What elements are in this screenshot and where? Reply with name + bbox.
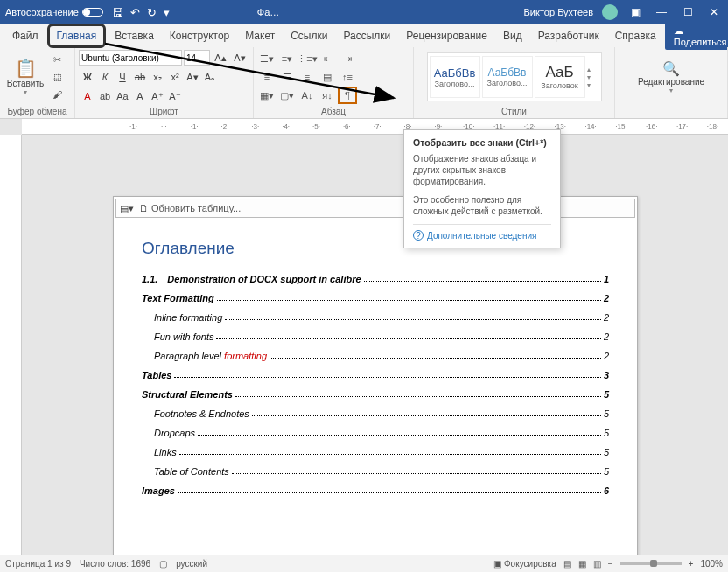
styles-more-icon[interactable]: ▴▾▾ <box>587 66 599 89</box>
toc-entry[interactable]: Images6 <box>142 485 609 496</box>
line-spacing-icon[interactable]: ↕≡ <box>338 68 357 86</box>
autosave-toggle[interactable]: Автосохранение <box>5 7 103 17</box>
editing-button[interactable]: 🔍 Редактирование ▾ <box>634 60 708 94</box>
cut-icon[interactable]: ✂ <box>49 52 65 67</box>
shading-icon[interactable]: ▦▾ <box>257 87 276 104</box>
zoom-level[interactable]: 100% <box>700 559 723 569</box>
inc-indent-icon[interactable]: ⇥ <box>338 50 357 67</box>
multilevel-icon[interactable]: ⋮≡▾ <box>298 50 317 67</box>
underline-button[interactable]: Ч <box>114 68 131 86</box>
horizontal-ruler[interactable]: ·1·· ··1··2··3··4··5··6··7··8··9··10··11… <box>22 119 728 135</box>
superscript-button[interactable]: x² <box>166 68 184 86</box>
grow-font-icon[interactable]: A▴ <box>212 49 229 66</box>
font-color-icon[interactable]: A <box>79 87 96 105</box>
clear-format-icon[interactable]: Aₒ <box>201 68 219 86</box>
toc-entry[interactable]: Text Formatting2 <box>142 293 609 303</box>
borders-icon[interactable]: ▢▾ <box>277 87 297 104</box>
tab-file[interactable]: Файл <box>5 26 46 45</box>
toc-entry[interactable]: Footnotes & Endnotes5 <box>154 408 609 419</box>
dec-indent-icon[interactable]: ⇤ <box>318 50 337 67</box>
tab-home[interactable]: Главная <box>47 24 107 48</box>
align-center-icon[interactable]: ☰ <box>277 68 297 86</box>
redo-icon[interactable]: ↻ <box>147 6 157 19</box>
tab-insert[interactable]: Вставка <box>108 26 161 45</box>
style-heading2[interactable]: АаБбВв Заголово... <box>482 56 533 98</box>
tab-mailings[interactable]: Рассылки <box>336 26 397 45</box>
save-icon[interactable]: 🖫 <box>112 6 123 19</box>
word-count[interactable]: Число слов: 1696 <box>80 559 150 569</box>
toc-update-button[interactable]: 🗋 Обновить таблицу... <box>139 203 241 213</box>
close-icon[interactable]: ✕ <box>705 6 723 18</box>
focus-mode-button[interactable]: ▣ Фокусировка <box>494 559 556 569</box>
toc-entry[interactable]: Fun with fonts2 <box>154 331 609 342</box>
user-name[interactable]: Виктор Бухтеев <box>524 7 593 17</box>
paste-button[interactable]: 📋 Вставить ▾ <box>4 49 47 105</box>
page-indicator[interactable]: Страница 1 из 9 <box>5 559 71 569</box>
user-avatar-icon[interactable] <box>602 4 618 20</box>
style-heading1[interactable]: АаБбВв Заголово... <box>430 56 480 98</box>
show-formatting-button[interactable]: ¶ <box>338 87 357 104</box>
highlight-icon[interactable]: ab <box>96 87 114 105</box>
align-right-icon[interactable]: ≡ <box>298 68 317 86</box>
change-case-icon[interactable]: Aa <box>114 87 131 105</box>
styles-gallery[interactable]: АаБбВв Заголово... АаБбВв Заголово... Аа… <box>427 52 602 101</box>
view-web-icon[interactable]: ▥ <box>593 559 601 569</box>
document-title[interactable]: Фа… <box>257 7 279 17</box>
zoom-in-icon[interactable]: + <box>689 559 694 569</box>
maximize-icon[interactable]: ☐ <box>679 6 696 18</box>
numbering-icon[interactable]: ≡▾ <box>277 50 297 67</box>
style-title[interactable]: АаБ Заголовок <box>535 56 585 98</box>
sup-btn-icon[interactable]: A⁺ <box>149 87 166 105</box>
share-button[interactable]: ☁ Поделиться <box>665 23 728 50</box>
view-print-icon[interactable]: ▤ <box>564 559 571 569</box>
qat-dropdown-icon[interactable]: ▾ <box>164 6 170 19</box>
tooltip-more-link[interactable]: ?Дополнительные сведения <box>413 230 551 241</box>
tab-help[interactable]: Справка <box>608 26 663 45</box>
language-indicator[interactable]: русский <box>176 559 207 569</box>
shrink-font-icon[interactable]: A▾ <box>231 49 248 66</box>
sort2-icon[interactable]: я↓ <box>318 87 337 104</box>
toc-entry[interactable]: Inline formatting2 <box>154 312 609 323</box>
show-formatting-tooltip: Отобразить все знаки (Ctrl+*) Отображени… <box>403 129 561 248</box>
toc-entry[interactable]: Paragraph level formatting2 <box>154 351 609 361</box>
sub-btn-icon[interactable]: A⁻ <box>166 87 184 105</box>
tab-view[interactable]: Вид <box>496 26 529 45</box>
zoom-out-icon[interactable]: − <box>608 559 613 569</box>
undo-icon[interactable]: ↶ <box>130 6 140 19</box>
toc-entry[interactable]: Table of Contents5 <box>154 466 609 477</box>
toc-entry[interactable]: Links5 <box>154 447 609 457</box>
text-effects-icon[interactable]: A▾ <box>184 68 201 86</box>
tab-design[interactable]: Конструктор <box>163 26 236 45</box>
italic-button[interactable]: К <box>96 68 114 86</box>
sort-icon[interactable]: A↓ <box>298 87 317 104</box>
tab-layout[interactable]: Макет <box>238 26 282 45</box>
subscript-button[interactable]: x₂ <box>149 68 166 86</box>
strikethrough-button[interactable]: ab <box>131 68 149 86</box>
tab-developer[interactable]: Разработчик <box>531 26 606 45</box>
toc-entry[interactable]: 1.1. Demonstration of DOCX support in ca… <box>142 274 609 284</box>
ribbon-display-icon[interactable]: ▣ <box>626 6 644 18</box>
vertical-ruler[interactable] <box>0 135 22 555</box>
toc-leader <box>198 428 601 436</box>
justify-icon[interactable]: ▤ <box>318 68 337 86</box>
tab-review[interactable]: Рецензирование <box>399 26 494 45</box>
toc-page-number: 2 <box>604 312 609 323</box>
toc-entry[interactable]: Tables3 <box>142 370 609 380</box>
font-size-select[interactable]: 14 <box>184 50 210 66</box>
char-border-icon[interactable]: A <box>131 87 149 105</box>
font-name-select[interactable]: Ubuntu (Заголовки) <box>79 50 182 66</box>
toc-entry[interactable]: Dropcaps5 <box>154 428 609 438</box>
toc-entry[interactable]: Structural Elements5 <box>142 389 609 400</box>
proofing-icon[interactable]: ▢ <box>159 559 167 569</box>
bold-button[interactable]: Ж <box>79 68 96 86</box>
format-painter-icon[interactable]: 🖌 <box>49 87 65 102</box>
document-page[interactable]: ▤▾ 🗋 Обновить таблицу... Оглавление 1.1.… <box>113 196 638 555</box>
zoom-slider[interactable] <box>620 562 682 565</box>
align-left-icon[interactable]: ≡ <box>257 68 276 86</box>
view-read-icon[interactable]: ▦ <box>578 559 586 569</box>
copy-icon[interactable]: ⿻ <box>49 69 65 85</box>
bullets-icon[interactable]: ☰▾ <box>257 50 276 67</box>
tab-references[interactable]: Ссылки <box>284 26 334 45</box>
minimize-icon[interactable]: — <box>653 6 670 18</box>
autosave-switch-icon[interactable] <box>82 8 103 17</box>
